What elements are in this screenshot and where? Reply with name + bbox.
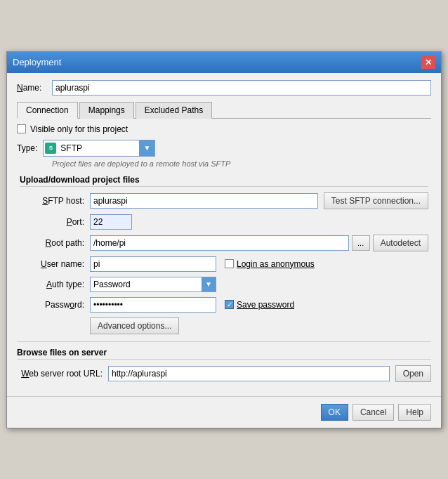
- port-label: Port:: [20, 217, 90, 227]
- type-dropdown[interactable]: S SFTP ▼: [43, 140, 155, 157]
- name-row: Name:: [17, 80, 431, 96]
- web-url-row: Web server root URL: Open: [17, 365, 431, 382]
- tab-excluded-paths[interactable]: Excluded Paths: [136, 102, 212, 119]
- test-sftp-button[interactable]: Test SFTP connection...: [324, 192, 428, 209]
- password-row: Password: Save password: [20, 297, 428, 313]
- auth-type-dropdown[interactable]: Password ▼: [90, 277, 216, 292]
- sftp-host-row: SFTP host: Test SFTP connection...: [20, 192, 428, 209]
- username-label: User name:: [20, 259, 90, 269]
- root-path-row: Root path: ... Autodetect: [20, 235, 428, 251]
- root-path-browse-button[interactable]: ...: [352, 235, 370, 251]
- deployment-dialog: Deployment ✕ Name: Connection Mappings E…: [6, 51, 442, 428]
- root-path-input[interactable]: [90, 235, 349, 251]
- visible-checkbox[interactable]: [17, 124, 26, 133]
- sftp-host-label: SFTP host:: [20, 196, 90, 206]
- upload-section: Upload/download project files SFTP host:…: [17, 175, 431, 334]
- tabs: Connection Mappings Excluded Paths: [17, 101, 431, 119]
- help-button[interactable]: Help: [398, 404, 431, 421]
- web-url-label: Web server root URL:: [17, 369, 108, 379]
- login-anonymous-checkbox[interactable]: [225, 259, 234, 268]
- tab-mappings[interactable]: Mappings: [79, 102, 134, 119]
- upload-section-title: Upload/download project files: [20, 175, 428, 187]
- username-input[interactable]: [90, 256, 216, 272]
- title-bar: Deployment ✕: [7, 52, 441, 73]
- browse-section-title: Browse files on server: [17, 348, 431, 360]
- dialog-body: Name: Connection Mappings Excluded Paths…: [7, 73, 441, 393]
- auth-type-label: Auth type:: [20, 280, 90, 289]
- login-anonymous-label: Login as anonymous: [225, 259, 315, 269]
- login-anonymous-text: Login as anonymous: [237, 259, 315, 269]
- auth-type-arrow: ▼: [202, 277, 216, 291]
- advanced-options-button[interactable]: Advanced options...: [90, 317, 179, 334]
- name-label: Name:: [17, 83, 52, 93]
- auth-type-row: Auth type: Password ▼: [20, 277, 428, 292]
- password-label: Password:: [20, 300, 90, 310]
- open-button[interactable]: Open: [395, 365, 431, 382]
- type-value: SFTP: [58, 143, 139, 153]
- type-row: Type: S SFTP ▼: [17, 140, 431, 157]
- username-row: User name: Login as anonymous: [20, 256, 428, 272]
- ok-button[interactable]: OK: [321, 404, 348, 421]
- visible-label: Visible only for this project: [30, 124, 128, 134]
- sftp-icon: S: [45, 143, 56, 154]
- save-password-checkbox[interactable]: [225, 300, 234, 309]
- port-input[interactable]: [90, 214, 132, 230]
- tab-connection[interactable]: Connection: [17, 102, 78, 119]
- sftp-host-input[interactable]: [90, 193, 318, 209]
- save-password-text: Save password: [237, 300, 294, 310]
- name-input[interactable]: [52, 80, 431, 96]
- type-hint: Project files are deployed to a remote h…: [52, 159, 431, 168]
- save-password-label: Save password: [225, 300, 294, 310]
- auth-type-value: Password: [91, 280, 202, 289]
- visible-checkbox-row: Visible only for this project: [17, 124, 431, 134]
- close-button[interactable]: ✕: [421, 56, 435, 69]
- advanced-btn-row: Advanced options...: [90, 317, 428, 334]
- browse-section: Browse files on server Web server root U…: [17, 341, 431, 382]
- port-row: Port:: [20, 214, 428, 230]
- autodetect-button[interactable]: Autodetect: [373, 235, 428, 251]
- dialog-footer: OK Cancel Help: [7, 396, 441, 428]
- type-dropdown-arrow: ▼: [139, 140, 154, 156]
- root-path-label: Root path:: [20, 238, 90, 248]
- web-url-input[interactable]: [108, 366, 390, 381]
- cancel-button[interactable]: Cancel: [353, 404, 394, 421]
- type-label: Type:: [17, 143, 37, 153]
- dialog-title: Deployment: [13, 57, 61, 67]
- password-input[interactable]: [90, 297, 216, 313]
